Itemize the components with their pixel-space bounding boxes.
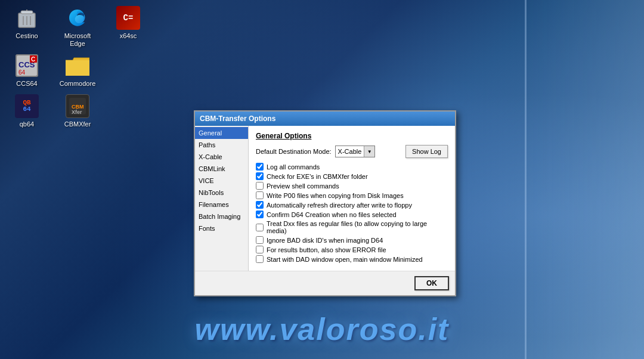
desktop-icon-cbmxfer[interactable]: CBM Xfer CBMXfer [57,94,98,128]
dialog-container: CBM-Transfer Options General Paths X-Cab… [194,110,456,296]
checkbox-row-check-exe: Check for EXE's in CBMXfer folder [256,172,448,180]
dialog-title: CBM-Transfer Options [200,114,275,123]
destination-value: X-Cable [336,148,364,155]
checkbox-log-commands[interactable] [256,163,264,171]
sidebar-item-cbmlink[interactable]: CBMLink [195,163,248,175]
sidebar-item-batch-imaging[interactable]: Batch Imaging [195,211,248,222]
watermark: www.valoroso.it [195,311,450,347]
dialog-titlebar: CBM-Transfer Options [195,112,455,126]
sidebar-item-nibtools[interactable]: NibTools [195,187,248,199]
dialog-body: General Paths X-Cable CBMLink VICE NibTo… [195,126,455,271]
sidebar-item-paths[interactable]: Paths [195,139,248,151]
destination-dropdown-arrow[interactable]: ▼ [364,146,374,157]
sidebar-item-vice[interactable]: VICE [195,175,248,187]
x64sc-icon: C= [116,6,140,30]
checkbox-start-dad[interactable] [256,255,264,263]
cestino-label: Cestino [16,32,38,40]
label-ignore-bad: Ignore BAD disk ID's when imaging D64 [267,237,383,244]
edge-label: MicrosoftEdge [64,32,91,48]
label-results-error: For results button, also show ERROR file [267,246,386,253]
destination-label: Default Destination Mode: [256,148,332,155]
dialog-footer: OK [195,271,455,295]
checkbox-row-confirm-d64: Confirm D64 Creation when no files selec… [256,211,448,218]
svg-text:64: 64 [18,69,26,76]
checkbox-row-start-dad: Start with DAD window open, main window … [256,255,448,263]
checkbox-preview-shell[interactable] [256,182,264,190]
checkbox-treat-dxx[interactable] [256,224,264,231]
commodore-icon [66,54,89,78]
qb64-label: qb64 [20,120,34,128]
checkbox-row-log-commands: Log all commands [256,163,448,171]
checkbox-check-exe[interactable] [256,172,264,180]
edge-icon [66,6,89,30]
desktop-icon-commodore[interactable]: Commodore [57,54,98,88]
checkbox-results-error[interactable] [256,246,264,253]
options-area: Log all commands Check for EXE's in CBMX… [256,163,448,263]
desktop: Cestino [0,0,644,359]
desktop-icon-qb64[interactable]: QB 64 qb64 [6,94,48,128]
checkbox-row-results-error: For results button, also show ERROR file [256,246,448,253]
qb64-icon: QB 64 [15,94,39,118]
checkbox-row-ignore-bad: Ignore BAD disk ID's when imaging D64 [256,236,448,244]
checkbox-write-p00[interactable] [256,191,264,199]
checkbox-ignore-bad[interactable] [256,236,264,244]
cbmxfer-label: CBMXfer [64,120,91,128]
label-auto-refresh: Automatically refresh directory after wr… [267,202,412,209]
ok-button[interactable]: OK [414,276,449,290]
ccs64-icon: CCS 64 C [15,54,39,78]
label-start-dad: Start with DAD window open, main window … [267,256,423,263]
desktop-icon-cestino[interactable]: Cestino [6,6,48,48]
cestino-icon [15,6,39,30]
svg-text:Xfer: Xfer [72,109,82,114]
section-title: General Options [256,132,448,140]
svg-text:C: C [31,56,35,63]
show-log-button[interactable]: Show Log [405,145,448,158]
label-preview-shell: Preview shell commands [267,182,339,190]
sidebar-item-x-cable[interactable]: X-Cable [195,151,248,163]
desktop-icon-edge[interactable]: MicrosoftEdge [57,6,98,48]
ccs64-label: CCS64 [16,80,37,88]
dialog-sidebar: General Paths X-Cable CBMLink VICE NibTo… [195,126,249,271]
desktop-icon-ccs64[interactable]: CCS 64 C CCS64 [6,54,48,88]
checkbox-row-preview-shell: Preview shell commands [256,182,448,190]
main-panel: General Options Default Destination Mode… [249,126,455,271]
destination-select[interactable]: X-Cable ▼ [335,146,376,157]
svg-rect-1 [21,11,33,14]
label-log-commands: Log all commands [267,163,320,171]
sidebar-item-filenames[interactable]: Filenames [195,199,248,211]
label-confirm-d64: Confirm D64 Creation when no files selec… [267,211,397,218]
sidebar-item-fonts[interactable]: Fonts [195,222,248,234]
label-write-p00: Write P00 files when copying from Disk I… [267,192,404,199]
commodore-label: Commodore [60,80,96,88]
label-treat-dxx: Treat Dxx files as regular files (to all… [267,220,448,234]
checkbox-confirm-d64[interactable] [256,211,264,218]
cbmxfer-icon: CBM Xfer [66,94,89,118]
checkbox-row-write-p00: Write P00 files when copying from Disk I… [256,191,448,199]
checkbox-auto-refresh[interactable] [256,201,264,209]
cbm-transfer-dialog: CBM-Transfer Options General Paths X-Cab… [194,110,456,296]
x64sc-label: x64sc [120,32,137,40]
checkbox-row-treat-dxx: Treat Dxx files as regular files (to all… [256,220,448,234]
checkbox-row-auto-refresh: Automatically refresh directory after wr… [256,201,448,209]
monitor-edge [525,0,644,359]
desktop-icons-area: Cestino [6,6,149,128]
desktop-icon-x64sc[interactable]: C= x64sc [107,6,149,48]
sidebar-item-general[interactable]: General [195,127,248,139]
label-check-exe: Check for EXE's in CBMXfer folder [267,173,368,180]
